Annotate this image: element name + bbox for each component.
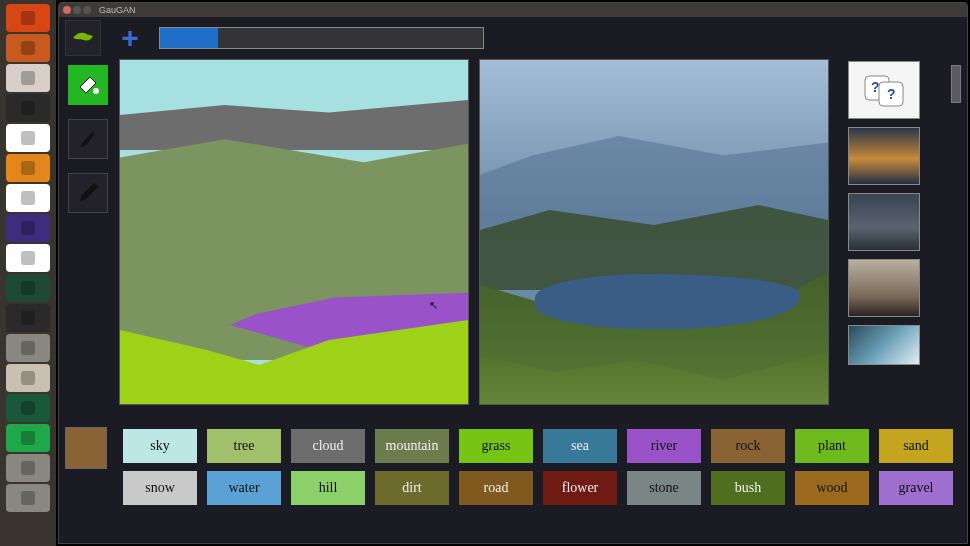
taskbar-sublime[interactable] bbox=[6, 154, 50, 182]
dice-randomize[interactable]: ? ? bbox=[848, 61, 920, 119]
palette-chip-sky[interactable]: sky bbox=[123, 429, 197, 463]
palette-chip-plant[interactable]: plant bbox=[795, 429, 869, 463]
palette-row: skytreecloudmountaingrassseariverrockpla… bbox=[123, 429, 969, 463]
style-preset-4[interactable] bbox=[848, 325, 920, 365]
main-row: ? ? bbox=[59, 59, 969, 427]
svg-text:?: ? bbox=[887, 86, 896, 102]
taskbar-show-apps[interactable] bbox=[6, 484, 50, 512]
taskbar-files2[interactable] bbox=[6, 364, 50, 392]
taskbar-font-func[interactable] bbox=[6, 244, 50, 272]
palette-chip-river[interactable]: river bbox=[627, 429, 701, 463]
style-column: ? ? bbox=[837, 59, 931, 427]
palette-chip-cloud[interactable]: cloud bbox=[291, 429, 365, 463]
segmentation-canvas[interactable] bbox=[119, 59, 469, 405]
titlebar: GauGAN bbox=[59, 3, 967, 17]
palette-chip-sea[interactable]: sea bbox=[543, 429, 617, 463]
mouse-cursor: ↖ bbox=[429, 299, 438, 312]
nvidia-logo bbox=[65, 20, 101, 56]
progress-fill bbox=[160, 28, 218, 48]
taskbar-terminal[interactable] bbox=[6, 94, 50, 122]
progress-bar[interactable] bbox=[159, 27, 484, 49]
palette-chip-hill[interactable]: hill bbox=[291, 471, 365, 505]
palette-chip-sand[interactable]: sand bbox=[879, 429, 953, 463]
palette-chip-water[interactable]: water bbox=[207, 471, 281, 505]
style-preset-3[interactable] bbox=[848, 259, 920, 317]
taskbar-chrome[interactable] bbox=[6, 124, 50, 152]
window-close-dot[interactable] bbox=[63, 6, 71, 14]
taskbar-globe[interactable] bbox=[6, 274, 50, 302]
topbar: + bbox=[59, 17, 967, 59]
add-button[interactable]: + bbox=[113, 21, 147, 55]
gaugan-window: GauGAN + bbox=[58, 2, 968, 544]
current-color-swatch[interactable] bbox=[65, 427, 107, 469]
palette-chip-grass[interactable]: grass bbox=[459, 429, 533, 463]
ubuntu-taskbar bbox=[0, 0, 56, 546]
palette-chip-road[interactable]: road bbox=[459, 471, 533, 505]
generated-canvas bbox=[479, 59, 829, 405]
svg-text:?: ? bbox=[871, 79, 880, 95]
taskbar-help[interactable] bbox=[6, 454, 50, 482]
taskbar-tex[interactable] bbox=[6, 214, 50, 242]
window-max-dot[interactable] bbox=[83, 6, 91, 14]
palette-chip-tree[interactable]: tree bbox=[207, 429, 281, 463]
taskbar-slack[interactable] bbox=[6, 184, 50, 212]
taskbar-files[interactable] bbox=[6, 34, 50, 62]
taskbar-pycharm[interactable] bbox=[6, 424, 50, 452]
palette-chip-stone[interactable]: stone bbox=[627, 471, 701, 505]
taskbar-brush-app[interactable] bbox=[6, 304, 50, 332]
canvas-pair bbox=[117, 59, 829, 427]
tool-column bbox=[59, 59, 117, 427]
taskbar-ubuntu-dash[interactable] bbox=[6, 4, 50, 32]
palette-chip-rock[interactable]: rock bbox=[711, 429, 785, 463]
palette-row: snowwaterhilldirtroadflowerstonebushwood… bbox=[123, 471, 969, 505]
bucket-tool[interactable] bbox=[68, 65, 108, 105]
palette-chip-bush[interactable]: bush bbox=[711, 471, 785, 505]
palette: skytreecloudmountaingrassseariverrockpla… bbox=[59, 429, 969, 513]
palette-chip-dirt[interactable]: dirt bbox=[375, 471, 449, 505]
palette-chip-mountain[interactable]: mountain bbox=[375, 429, 449, 463]
taskbar-unknown-app[interactable] bbox=[6, 334, 50, 362]
window-min-dot[interactable] bbox=[73, 6, 81, 14]
style-preset-1[interactable] bbox=[848, 127, 920, 185]
brush-tool[interactable] bbox=[68, 119, 108, 159]
seg-sky bbox=[120, 60, 468, 110]
svg-point-0 bbox=[93, 88, 99, 94]
app-title: GauGAN bbox=[99, 5, 136, 15]
palette-chip-snow[interactable]: snow bbox=[123, 471, 197, 505]
taskbar-settings[interactable] bbox=[6, 64, 50, 92]
pencil-tool[interactable] bbox=[68, 173, 108, 213]
style-preset-2[interactable] bbox=[848, 193, 920, 251]
palette-chip-gravel[interactable]: gravel bbox=[879, 471, 953, 505]
taskbar-green-app[interactable] bbox=[6, 394, 50, 422]
palette-chip-flower[interactable]: flower bbox=[543, 471, 617, 505]
palette-chip-wood[interactable]: wood bbox=[795, 471, 869, 505]
